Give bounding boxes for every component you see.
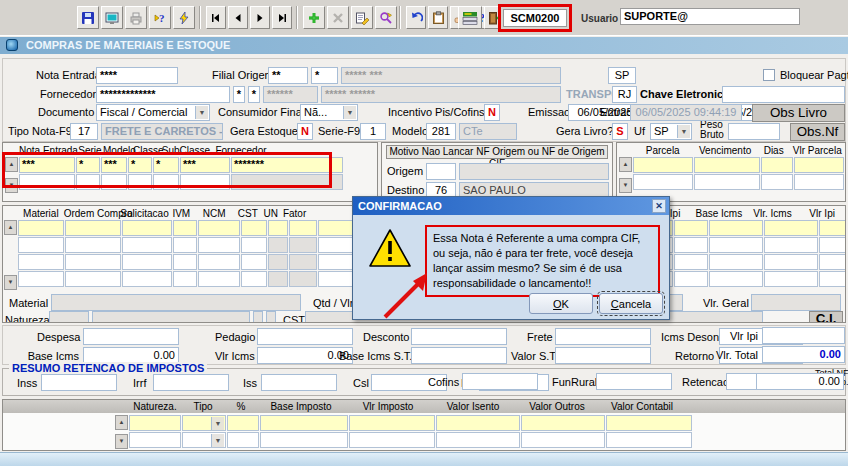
grid-cell[interactable]: [674, 220, 708, 236]
motivo-bar[interactable]: Motivo Nao Lancar NF Origem ou NF de Ori…: [386, 145, 608, 159]
delete-record-button[interactable]: [327, 6, 349, 29]
grid-cell[interactable]: [674, 271, 708, 287]
grid-cell[interactable]: [18, 271, 64, 287]
nota-grid-row[interactable]: [18, 174, 343, 190]
grid-cell[interactable]: [241, 237, 267, 253]
irrf-field[interactable]: [153, 374, 229, 391]
grid-cell[interactable]: [761, 174, 793, 190]
imposto-grid-row[interactable]: ▼: [128, 432, 692, 448]
save-button[interactable]: [77, 6, 99, 29]
grid-cell[interactable]: *******: [231, 157, 343, 173]
grid-cell[interactable]: [198, 237, 240, 253]
grid-cell[interactable]: [241, 271, 267, 287]
grid-cell[interactable]: [709, 220, 763, 236]
grid-cell[interactable]: [227, 415, 259, 431]
first-record-button[interactable]: [206, 6, 226, 29]
valor-st-field[interactable]: [555, 347, 651, 364]
grid-cell[interactable]: [289, 220, 317, 236]
prev-record-button[interactable]: [228, 6, 248, 29]
fornecedor-f3-field[interactable]: *: [248, 86, 260, 103]
user-field[interactable]: SUPORTE@: [620, 8, 800, 25]
grid-cell[interactable]: [606, 415, 692, 431]
dialog-titlebar[interactable]: CONFIRMACAO ✕: [353, 197, 669, 215]
obs-livro-button[interactable]: Obs Livro: [752, 104, 845, 122]
gera-estoque-field[interactable]: N: [297, 123, 313, 140]
grid-cell[interactable]: [260, 432, 348, 448]
parcela-grid-row[interactable]: [632, 174, 844, 190]
incentivo-field[interactable]: N: [484, 104, 500, 121]
grid-cell[interactable]: [633, 174, 693, 190]
grid-cell[interactable]: [122, 220, 172, 236]
grid-cell[interactable]: [436, 415, 520, 431]
grid-cell[interactable]: [674, 237, 708, 253]
grid-cell[interactable]: [709, 271, 763, 287]
grid-cell[interactable]: [709, 237, 763, 253]
grid-cell[interactable]: [198, 254, 240, 270]
uf-rj-field[interactable]: RJ: [612, 86, 637, 103]
inss-field[interactable]: [41, 374, 117, 391]
grid-cell[interactable]: [764, 271, 818, 287]
grid-cell[interactable]: ***: [180, 157, 230, 173]
gera-livro-field[interactable]: S: [612, 123, 628, 140]
grid-cell[interactable]: [349, 432, 435, 448]
tipo-nota-code-field[interactable]: 17: [70, 123, 98, 140]
grid-cell[interactable]: [198, 271, 240, 287]
grid-cell[interactable]: [764, 237, 818, 253]
despesa-field[interactable]: [83, 328, 179, 345]
grid-cell[interactable]: [180, 174, 230, 190]
print-preview-button[interactable]: [101, 6, 123, 29]
grid-cell[interactable]: [173, 237, 197, 253]
filial-code-field[interactable]: **: [268, 67, 308, 84]
help-context-button[interactable]: ?: [149, 6, 171, 29]
iss-field[interactable]: [261, 374, 337, 391]
grid-cell[interactable]: [173, 254, 197, 270]
grid-cell[interactable]: [819, 237, 846, 253]
grid-cell[interactable]: [794, 157, 844, 173]
grid-cell[interactable]: [819, 271, 846, 287]
grid-cell[interactable]: ***: [19, 157, 75, 173]
grid-cell[interactable]: [241, 254, 267, 270]
grid-cell[interactable]: [674, 254, 708, 270]
grid-cell[interactable]: [764, 220, 818, 236]
vlr-total-field[interactable]: 0.00: [762, 346, 845, 363]
serie-f9-field[interactable]: 1: [360, 123, 386, 140]
bloquear-pagto-checkbox[interactable]: [763, 69, 775, 81]
origem-code-field[interactable]: [426, 163, 456, 180]
grid-cell[interactable]: [101, 174, 127, 190]
grid-cell[interactable]: *: [153, 157, 179, 173]
fornecedor-f2-field[interactable]: *: [233, 86, 245, 103]
grid-cell[interactable]: [173, 220, 197, 236]
grid-cell[interactable]: [198, 220, 240, 236]
ci-button[interactable]: C.I.: [809, 311, 843, 323]
grid-cell[interactable]: ▼: [182, 415, 226, 431]
undo-button[interactable]: [406, 6, 426, 29]
nota-grid-row-active[interactable]: *** * *** * * *** *******: [18, 157, 343, 173]
grid-cell[interactable]: [268, 220, 288, 236]
documento-select[interactable]: Fiscal / Comercial▼: [96, 104, 210, 121]
chevron-down-icon[interactable]: ▼: [211, 417, 224, 430]
grid-cell[interactable]: [153, 174, 179, 190]
ok-button[interactable]: OK: [529, 293, 593, 314]
grid-cell[interactable]: [694, 157, 760, 173]
grid-cell[interactable]: [18, 254, 64, 270]
chevron-down-icon[interactable]: ▼: [211, 434, 224, 447]
grid-cell[interactable]: [227, 432, 259, 448]
cofins-field[interactable]: [462, 373, 538, 390]
chevron-down-icon[interactable]: ▼: [343, 106, 356, 119]
grid-cell[interactable]: [633, 157, 693, 173]
grid-cell[interactable]: [65, 237, 121, 253]
grid-cell[interactable]: [122, 237, 172, 253]
imposto-grid-row-active[interactable]: ▼: [128, 415, 692, 431]
grid-cell[interactable]: [18, 237, 64, 253]
execute-button[interactable]: [173, 6, 195, 29]
consumidor-final-select[interactable]: Nã...▼: [300, 104, 358, 121]
grid-scrollbar[interactable]: ▲▼: [115, 415, 128, 449]
grid-cell[interactable]: [436, 432, 520, 448]
cancel-button[interactable]: Cancela: [599, 293, 663, 314]
grid-cell[interactable]: [129, 432, 181, 448]
grid-cell[interactable]: [761, 157, 793, 173]
grid-cell[interactable]: *: [76, 157, 100, 173]
fornecedor-field[interactable]: *************: [96, 86, 230, 103]
chevron-down-icon[interactable]: ▼: [677, 125, 690, 138]
uf-field[interactable]: SP: [608, 67, 636, 84]
